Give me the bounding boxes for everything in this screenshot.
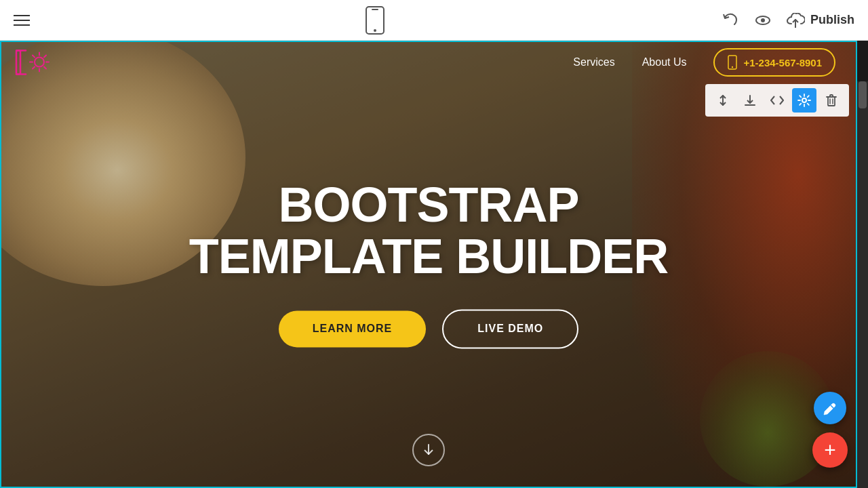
svg-line-15 xyxy=(44,67,46,69)
undo-button[interactable] xyxy=(721,11,740,30)
move-section-button[interactable] xyxy=(711,88,735,113)
mobile-preview-icon[interactable] xyxy=(364,5,386,35)
phone-nav-button[interactable]: +1-234-567-8901 xyxy=(713,48,835,77)
site-navbar: Services About Us +1-234-567-8901 xyxy=(1,42,856,83)
svg-point-9 xyxy=(35,58,44,67)
fab-container: + xyxy=(812,392,848,468)
phone-number: +1-234-567-8901 xyxy=(743,57,822,68)
svg-line-14 xyxy=(33,56,35,58)
scroll-down-button[interactable] xyxy=(412,434,445,466)
hero-content: BOOTSTRAP TEMPLATE BUILDER LEARN MORE LI… xyxy=(87,180,770,348)
svg-point-23 xyxy=(802,98,806,102)
svg-line-17 xyxy=(44,56,46,58)
scrollbar-thumb[interactable] xyxy=(859,81,867,108)
add-fab-button[interactable]: + xyxy=(812,432,848,468)
scrollbar[interactable] xyxy=(857,81,868,488)
live-demo-button[interactable]: LIVE DEMO xyxy=(442,310,578,349)
main-area: Services About Us +1-234-567-8901 xyxy=(0,41,868,488)
top-toolbar: Publish xyxy=(0,0,868,41)
hamburger-menu[interactable] xyxy=(14,15,30,26)
nav-services[interactable]: Services xyxy=(573,56,614,68)
site-nav-links: Services About Us +1-234-567-8901 xyxy=(573,48,835,77)
hero-title-line2: TEMPLATE BUILDER xyxy=(189,229,669,283)
publish-label: Publish xyxy=(810,13,854,27)
edit-fab-button[interactable] xyxy=(814,392,846,424)
site-logo[interactable] xyxy=(15,47,52,78)
hero-title-line1: BOOTSTRAP xyxy=(278,178,578,232)
toolbar-center xyxy=(364,5,386,35)
hero-buttons: LEARN MORE LIVE DEMO xyxy=(87,310,770,349)
svg-line-16 xyxy=(33,67,35,69)
toolbar-right: Publish xyxy=(721,11,854,30)
nav-about-us[interactable]: About Us xyxy=(642,56,687,68)
download-section-button[interactable] xyxy=(738,88,762,113)
svg-rect-6 xyxy=(16,51,20,75)
settings-section-button[interactable] xyxy=(792,88,816,113)
section-toolbar xyxy=(705,84,849,117)
preview-button[interactable] xyxy=(753,11,772,30)
learn-more-button[interactable]: LEARN MORE xyxy=(279,311,427,348)
add-fab-icon: + xyxy=(824,440,836,460)
hero-title: BOOTSTRAP TEMPLATE BUILDER xyxy=(87,180,770,282)
delete-section-button[interactable] xyxy=(819,88,844,113)
toolbar-left xyxy=(14,15,30,26)
svg-point-1 xyxy=(374,29,376,32)
code-section-button[interactable] xyxy=(765,88,789,113)
svg-point-19 xyxy=(732,66,733,68)
publish-button[interactable]: Publish xyxy=(786,13,854,28)
preview-frame: Services About Us +1-234-567-8901 xyxy=(0,41,857,488)
svg-point-4 xyxy=(761,18,765,22)
